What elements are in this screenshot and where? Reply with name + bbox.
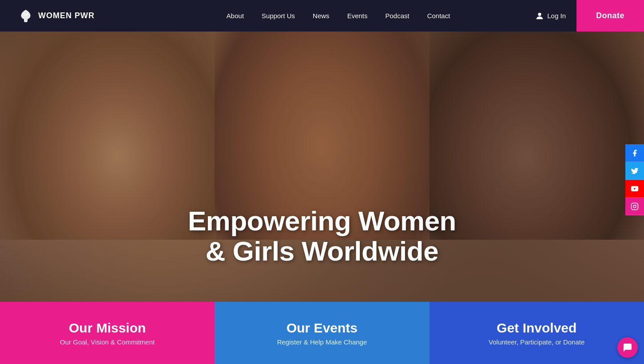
nav-links: About Support Us News Events Podcast Con… [164,0,459,32]
login-button[interactable]: Log In [529,8,572,24]
info-cards-section: Our Mission Our Goal, Vision & Commitmen… [0,302,644,364]
involved-card-subtitle: Volunteer, Participate, or Donate [489,338,584,346]
hero-title: Empowering Women & Girls Worldwide [144,206,500,266]
nav-podcast[interactable]: Podcast [376,0,418,32]
involved-card-title: Get Involved [497,320,576,336]
nav-events[interactable]: Events [338,0,377,32]
logo[interactable]: WOMEN PWR [18,8,95,24]
instagram-icon [631,202,639,210]
nav-right: Log In [529,8,572,24]
nav-support-us[interactable]: Support Us [253,0,304,32]
hero-title-line2: & Girls Worldwide [206,236,438,266]
nav-contact[interactable]: Contact [418,0,459,32]
navbar: WOMEN PWR About Support Us News Events P… [0,0,644,32]
svg-point-1 [27,12,28,14]
events-card[interactable]: Our Events Register & Help Make Change [215,302,429,364]
events-card-title: Our Events [286,320,358,336]
chat-button[interactable] [617,337,638,358]
svg-point-5 [633,205,636,208]
brand-name: WOMEN PWR [38,11,95,20]
svg-point-6 [636,204,637,205]
events-card-subtitle: Register & Help Make Change [277,338,367,346]
user-icon [535,11,545,21]
hero-section: Empowering Women & Girls Worldwide [0,0,644,302]
social-sidebar [625,144,644,215]
youtube-icon [631,185,639,193]
facebook-icon [631,149,639,157]
youtube-button[interactable] [625,180,644,198]
mission-card[interactable]: Our Mission Our Goal, Vision & Commitmen… [0,302,215,364]
twitter-button[interactable] [625,162,644,180]
involved-card[interactable]: Get Involved Volunteer, Participate, or … [429,302,644,364]
facebook-button[interactable] [625,144,644,162]
login-label: Log In [547,12,566,20]
nav-news[interactable]: News [304,0,338,32]
nav-about[interactable]: About [218,0,253,32]
svg-rect-4 [632,203,638,210]
instagram-button[interactable] [625,198,644,215]
hero-title-line1: Empowering Women [188,206,456,236]
mission-card-title: Our Mission [69,320,146,336]
svg-point-2 [538,12,541,16]
twitter-icon [631,167,639,175]
donate-button[interactable]: Donate [576,0,644,32]
hero-text-block: Empowering Women & Girls Worldwide [144,206,500,266]
mission-card-subtitle: Our Goal, Vision & Commitment [60,338,155,346]
logo-icon [18,8,34,24]
svg-point-0 [24,12,25,14]
chat-icon [622,342,633,353]
